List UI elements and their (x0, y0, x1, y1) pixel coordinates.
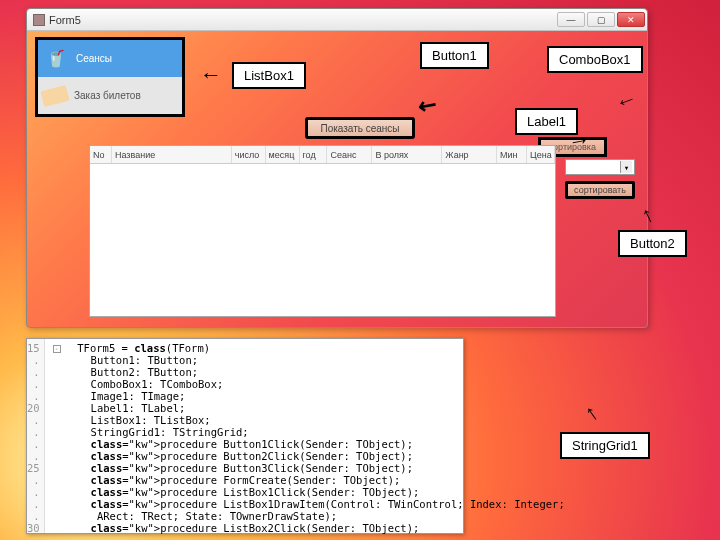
drink-cup-icon: 🥤 (42, 45, 70, 73)
listbox1[interactable]: 🥤 Сеансы Заказ билетов (35, 37, 185, 117)
anno-stringgrid: StringGrid1 (560, 432, 650, 459)
list-item[interactable]: 🥤 Сеансы (38, 40, 182, 77)
arrow-icon: ↑ (580, 399, 604, 427)
anno-button1: Button1 (420, 42, 489, 69)
grid-col-header: год (300, 146, 328, 163)
sort-combobox[interactable]: ▾ (565, 159, 635, 175)
grid-col-header: В ролях (372, 146, 442, 163)
close-button[interactable]: ✕ (617, 12, 645, 27)
line-gutter: 15 . . . . 20 . . . . 25 . . . . 30 (27, 339, 45, 533)
grid-col-header: Название (112, 146, 232, 163)
ticket-icon (40, 84, 69, 106)
code-body: - TForm5 = class(TForm) Button1: TButton… (45, 339, 565, 533)
anno-listbox: ListBox1 (232, 62, 306, 89)
maximize-button[interactable]: ▢ (587, 12, 615, 27)
grid-col-header: Цена (527, 146, 555, 163)
grid-col-header: число (232, 146, 266, 163)
form-icon (33, 14, 45, 26)
sort-button[interactable]: сортировать (565, 181, 635, 199)
list-item-label: Заказ билетов (74, 90, 141, 101)
arrow-icon: ← (200, 62, 222, 88)
arrow-icon: → (566, 126, 592, 155)
titlebar: Form5 — ▢ ✕ (27, 9, 647, 31)
grid-col-header: Мин (497, 146, 527, 163)
list-item[interactable]: Заказ билетов (38, 77, 182, 114)
minimize-button[interactable]: — (557, 12, 585, 27)
grid-col-header: No (90, 146, 112, 163)
window-title: Form5 (49, 14, 81, 26)
chevron-down-icon: ▾ (620, 161, 632, 173)
grid-col-header: месяц (266, 146, 300, 163)
code-panel: 15 . . . . 20 . . . . 25 . . . . 30 - TF… (26, 338, 464, 534)
anno-combobox: ComboBox1 (547, 46, 643, 73)
list-item-label: Сеансы (76, 53, 112, 64)
grid-col-header: Жанр (442, 146, 497, 163)
grid-header: NoНазваниечисломесяцгодСеансВ роляхЖанрМ… (90, 146, 555, 164)
anno-button2: Button2 (618, 230, 687, 257)
string-grid[interactable]: NoНазваниечисломесяцгодСеансВ роляхЖанрМ… (89, 145, 556, 317)
grid-col-header: Сеанс (327, 146, 372, 163)
show-sessions-button[interactable]: Показать сеансы (305, 117, 415, 139)
